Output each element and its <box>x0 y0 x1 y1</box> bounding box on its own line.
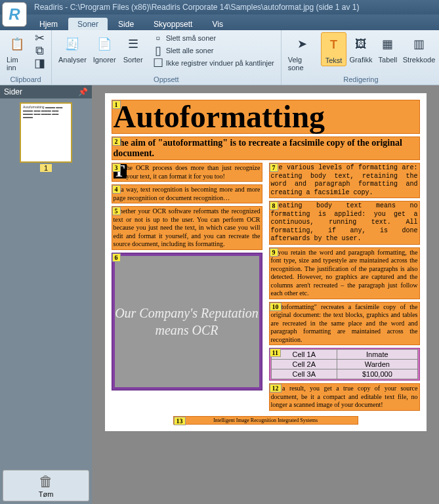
title-bar: Readiris - C:\Program Files (x86)\Readir… <box>0 0 439 14</box>
copy-icon: ⧉ <box>34 45 45 56</box>
zone-4-text: In a way, text recognition is becoming m… <box>114 186 261 202</box>
cell-r1c2: Inmate <box>337 350 417 360</box>
zone-3[interactable]: 3 The OCR process does more than just re… <box>112 163 262 182</box>
slett-alle-button[interactable]: ▯Slett alle soner <box>150 45 277 56</box>
delete-small-icon: ▫ <box>153 33 163 43</box>
side-panel: Sider 📌 Autoformatting ▬▬▬ ▬▬ ▬▬▬ ▬▬ ▬▬▬… <box>0 85 92 504</box>
zone-5-text: Whether your OCR software reformats the … <box>114 207 261 249</box>
copy-button[interactable]: ⧉ <box>31 45 47 56</box>
zone-10[interactable]: 10 "Autoformatting" recreates a facsimil… <box>269 302 420 346</box>
zone-5[interactable]: 5 Whether your OCR software reformats th… <box>112 206 262 250</box>
delete-all-icon: ▯ <box>153 45 163 56</box>
tom-button[interactable]: 🗑 Tøm <box>3 470 89 501</box>
app-icon: R <box>9 5 20 24</box>
zone-num-8: 8 <box>270 201 278 210</box>
tab-hjem[interactable]: Hjem <box>30 18 67 30</box>
document-page[interactable]: 1 Autoformatting 2 The aim of "autoforma… <box>105 93 427 431</box>
tekst-button[interactable]: TTekst <box>321 32 346 66</box>
paste-label: Lim inn <box>7 56 28 72</box>
zone-num-2: 2 <box>112 137 121 146</box>
tab-side[interactable]: Side <box>109 18 143 30</box>
pin-icon[interactable]: 📌 <box>78 87 88 96</box>
table-icon: ▦ <box>377 33 398 54</box>
zone-7-text: The various levels of formatting are: cr… <box>271 164 418 197</box>
zone-num-1: 1 <box>112 100 121 109</box>
app-menu-button[interactable]: R <box>2 2 27 27</box>
grafikk-label: Grafikk <box>350 56 373 64</box>
side-panel-header: Sider 📌 <box>0 85 92 98</box>
zone-6[interactable]: 6 Our Company's Reputation means OCR <box>112 253 262 390</box>
zone-10-text: "Autoformatting" recreates a facsimile c… <box>271 303 418 345</box>
zone-11[interactable]: 11 Cell 1AInmate Cell 2AWarden Cell 3A$1… <box>269 348 420 381</box>
zone-num-12: 12 <box>270 384 282 392</box>
zone-num-6: 6 <box>112 253 121 262</box>
zone-7[interactable]: 7 The various levels of formatting are: … <box>269 163 420 198</box>
zone-8[interactable]: 8 Creating body text means no formatting… <box>269 201 420 245</box>
zone-2-text: The aim of "autoformatting" is to recrea… <box>114 138 418 159</box>
sorter-button[interactable]: ☰Sorter <box>120 32 146 65</box>
tom-label: Tøm <box>6 490 86 498</box>
zone-6-image: Our Company's Reputation means OCR <box>115 256 259 387</box>
zone-9-text: If you retain the word and paragraph for… <box>271 249 418 298</box>
graphic-icon: 🖼 <box>350 33 371 54</box>
ribbon: 📋 Lim inn ✂ ⧉ ◨ Clipboard 🧾Analyser 📄Ign… <box>0 30 439 85</box>
pointer-icon: ➤ <box>292 33 313 54</box>
zone-4[interactable]: 4 In a way, text recognition is becoming… <box>112 184 262 203</box>
tabell-button[interactable]: ▦Tabell <box>375 32 400 65</box>
ikke-registrer-checkbox[interactable]: ☐Ikke registrer vinduer på kantlinjer <box>150 57 277 69</box>
ribbon-group-redigering: ➤Velg sone TTekst 🖼Grafikk ▦Tabell ▥Stre… <box>282 30 439 85</box>
zone-13-text: Intelligent Image Recognition Integrated… <box>213 417 318 423</box>
strekkode-label: Strekkode <box>403 56 436 64</box>
group-label-clipboard: Clipboard <box>4 75 47 85</box>
paste-button[interactable]: 📋 Lim inn <box>4 32 30 73</box>
ribbon-group-oppsett: 🧾Analyser 📄Ignorer ☰Sorter ▫Slett små so… <box>52 30 282 85</box>
tabell-label: Tabell <box>379 56 398 64</box>
grafikk-button[interactable]: 🖼Grafikk <box>348 32 374 65</box>
eraser-icon: ◨ <box>34 58 45 68</box>
cut-button[interactable]: ✂ <box>31 32 47 44</box>
zone-num-7: 7 <box>270 163 278 172</box>
ignore-icon: 📄 <box>94 33 115 54</box>
zone-2[interactable]: 2 The aim of "autoformatting" is to recr… <box>112 136 420 160</box>
group-label-redigering: Redigering <box>285 75 436 85</box>
ignorer-button[interactable]: 📄Ignorer <box>91 32 119 65</box>
workspace: Sider 📌 Autoformatting ▬▬▬ ▬▬ ▬▬▬ ▬▬ ▬▬▬… <box>0 85 439 504</box>
tab-skyoppsett[interactable]: Skyoppsett <box>144 18 201 30</box>
window-title: Readiris - C:\Program Files (x86)\Readir… <box>34 3 360 12</box>
text-icon: T <box>323 34 344 55</box>
ribbon-tabs: Hjem Soner Side Skyoppsett Vis <box>0 14 439 30</box>
zone-num-11: 11 <box>270 348 281 357</box>
zone-9[interactable]: 9 If you retain the word and paragraph f… <box>269 247 420 299</box>
zone-num-4: 4 <box>112 185 121 194</box>
tekst-label: Tekst <box>325 56 343 64</box>
strekkode-button[interactable]: ▥Strekkode <box>402 32 436 65</box>
analyser-button[interactable]: 🧾Analyser <box>56 32 89 65</box>
ignorer-label: Ignorer <box>93 56 116 64</box>
page-thumbnail[interactable]: Autoformatting ▬▬▬ ▬▬ ▬▬▬ ▬▬ ▬▬▬ ▬▬ ▬▬▬ … <box>20 102 72 163</box>
cell-r3c2: $100,000 <box>337 369 417 379</box>
zone-num-3: 3 <box>112 163 121 172</box>
slett-alle-label: Slett alle soner <box>166 47 214 54</box>
tab-soner[interactable]: Soner <box>68 18 108 30</box>
trash-icon: 🗑 <box>6 473 86 490</box>
zone-1[interactable]: 1 Autoformatting <box>112 100 420 134</box>
ribbon-group-clipboard: 📋 Lim inn ✂ ⧉ ◨ Clipboard <box>0 30 52 85</box>
zone-13[interactable]: 13 Intelligent Image Recognition Integra… <box>173 416 358 425</box>
zone-num-13: 13 <box>174 417 186 425</box>
thumbnail-number: 1 <box>40 164 52 172</box>
zone-12[interactable]: 12 As a result, you get a true copy of y… <box>269 383 420 411</box>
velg-sone-button[interactable]: ➤Velg sone <box>285 32 320 73</box>
zone-3-text: he OCR process does more than just recog… <box>127 164 261 180</box>
zone-num-5: 5 <box>112 207 121 215</box>
sort-icon: ☰ <box>123 33 144 54</box>
slett-sma-button[interactable]: ▫Slett små soner <box>150 32 277 44</box>
erase-button[interactable]: ◨ <box>31 57 47 69</box>
zone-1-text: Autoformatting <box>114 101 418 133</box>
zone-11-table: Cell 1AInmate Cell 2AWarden Cell 3A$100,… <box>271 349 418 379</box>
cell-r1c1: Cell 1A <box>271 350 337 360</box>
slett-sma-label: Slett små soner <box>166 34 216 42</box>
zone-8-text: Creating body text means no formatting i… <box>271 202 418 243</box>
tab-vis[interactable]: Vis <box>203 18 232 30</box>
zone-num-9: 9 <box>270 248 278 257</box>
document-viewer[interactable]: 1 Autoformatting 2 The aim of "autoforma… <box>92 85 439 504</box>
